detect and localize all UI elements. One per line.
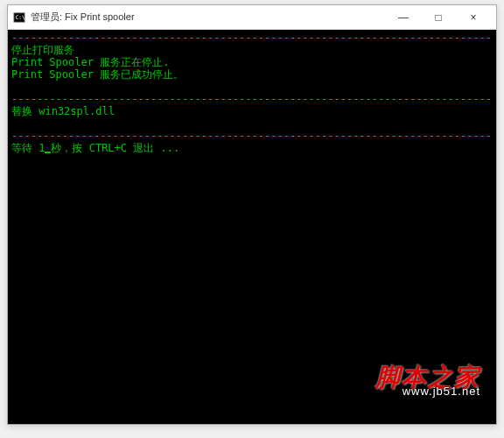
terminal-line: 停止打印服务 <box>11 44 493 56</box>
maximize-button[interactable]: □ <box>421 7 456 28</box>
watermark: 脚本之家 www.jb51.net <box>375 371 480 398</box>
separator-line: ----------------------------------------… <box>11 32 493 44</box>
window-controls: — □ × <box>386 7 491 28</box>
separator-line: ----------------------------------------… <box>11 93 493 105</box>
terminal-area[interactable]: ----------------------------------------… <box>8 30 496 424</box>
separator-line: ----------------------------------------… <box>11 130 493 142</box>
close-button[interactable]: × <box>456 7 491 28</box>
window-title: 管理员: Fix Print spooler <box>31 11 386 24</box>
terminal-line: 替换 win32spl.dll <box>11 105 493 117</box>
terminal-line: Print Spooler 服务已成功停止。 <box>11 68 493 81</box>
cmd-icon: C:\ <box>13 11 25 24</box>
watermark-url: www.jb51.net <box>375 385 480 398</box>
console-window: C:\ 管理员: Fix Print spooler — □ × -------… <box>7 4 497 425</box>
wait-suffix: 秒，按 CTRL+C 退出 ... <box>51 142 179 154</box>
blank-line <box>11 117 493 130</box>
blank-line <box>11 81 493 93</box>
wait-prefix: 等待 1 <box>11 142 45 154</box>
minimize-button[interactable]: — <box>386 7 421 28</box>
terminal-line-wait: 等待 1秒，按 CTRL+C 退出 ... <box>11 142 493 154</box>
watermark-text: 脚本之家 <box>375 371 480 384</box>
terminal-line: Print Spooler 服务正在停止. <box>11 56 493 68</box>
titlebar[interactable]: C:\ 管理员: Fix Print spooler — □ × <box>8 5 496 30</box>
svg-text:C:\: C:\ <box>16 13 25 19</box>
